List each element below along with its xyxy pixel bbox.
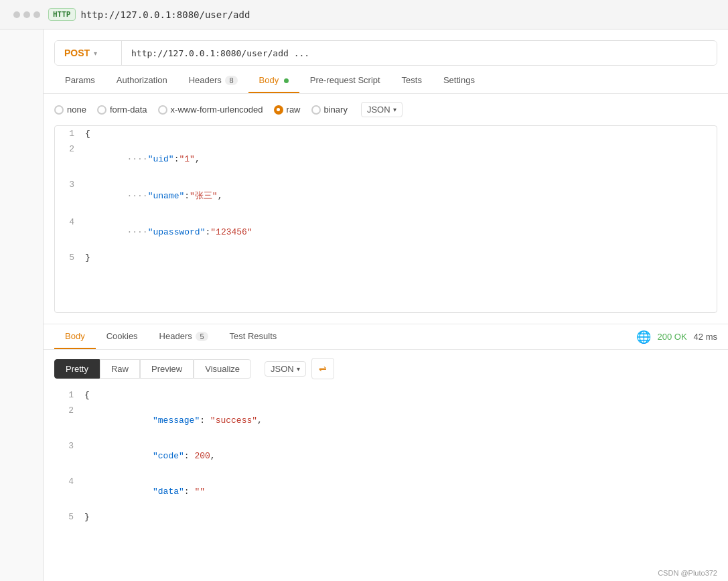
tab-body[interactable]: Body [248,68,299,93]
footer-credit: CSDN @Pluto372 [647,565,728,581]
req-line-content-2: ····"uid":"1", [85,143,717,176]
url-input[interactable] [122,42,717,65]
wrap-icon: ⇌ [319,363,327,374]
resp-tab-headers[interactable]: Headers 5 [149,324,219,349]
tab-settings[interactable]: Settings [433,68,486,93]
req-line-5: 5 } [55,250,717,265]
req-line-content-3: ····"uname":"张三", [85,178,717,213]
format-btn-visualize[interactable]: Visualize [194,359,251,379]
label-raw: raw [287,105,301,115]
resp-line-num-1: 1 [54,389,84,400]
window-dot-1 [13,11,20,18]
req-line-num-2: 2 [55,143,85,154]
body-active-dot [284,78,289,83]
option-none[interactable]: none [54,105,86,115]
req-line-content-1: { [85,127,717,140]
label-none: none [67,105,86,115]
tab-tests[interactable]: Tests [391,68,433,93]
radio-form-data[interactable] [97,105,106,115]
globe-icon: 🌐 [636,330,651,344]
req-line-4: 4 ····"upassword":"123456" [55,214,717,250]
label-form-data: form-data [110,105,147,115]
resp-line-content-5: } [84,511,717,523]
req-line-num-1: 1 [55,127,85,139]
response-format-bar: Pretty Raw Preview Visualize JSON ▾ ⇌ [44,350,728,387]
resp-line-num-5: 5 [54,511,84,522]
option-urlencoded[interactable]: x-www-form-urlencoded [158,105,263,115]
resp-line-content-4: "data": "" [84,475,717,508]
resp-line-num-3: 3 [54,440,84,451]
window-dot-2 [23,11,30,18]
http-badge: HTTP [48,8,76,21]
resp-line-content-1: { [84,389,717,401]
main-content: POST ▾ Params Authorization Headers 8 Bo… [44,29,728,581]
req-line-1: 1 { [55,126,717,141]
req-line-num-3: 3 [55,178,85,190]
resp-tab-body[interactable]: Body [54,324,96,349]
resp-line-3: 3 "code": 200, [54,438,717,474]
resp-line-num-4: 4 [54,475,84,487]
wrap-button[interactable]: ⇌ [311,358,334,379]
response-time: 42 ms [694,332,717,342]
resp-line-content-3: "code": 200, [84,440,717,472]
request-tabs-bar: Params Authorization Headers 8 Body Pre-… [44,68,728,94]
format-btn-raw[interactable]: Raw [100,359,140,379]
resp-line-content-2: "message": "success", [84,404,717,437]
option-binary[interactable]: binary [311,105,348,115]
req-line-2: 2 ····"uid":"1", [55,141,717,177]
format-btn-pretty[interactable]: Pretty [54,359,100,379]
format-btn-preview[interactable]: Preview [140,359,194,379]
label-binary: binary [324,105,348,115]
resp-headers-badge: 5 [196,332,208,341]
resp-json-format-label: JSON [271,364,294,374]
page-url-title: http://127.0.0.1:8080/user/add [81,9,250,20]
resp-line-4: 4 "data": "" [54,474,717,509]
option-raw[interactable]: raw [274,105,301,115]
radio-binary[interactable] [311,105,321,115]
resp-line-1: 1 { [54,387,717,403]
req-line-num-4: 4 [55,216,85,227]
request-bar: POST ▾ [54,40,717,66]
option-form-data[interactable]: form-data [97,105,147,115]
tab-params[interactable]: Params [54,68,106,93]
resp-tab-test-results[interactable]: Test Results [219,324,288,349]
response-status: 200 OK [658,332,687,342]
tab-headers[interactable]: Headers 8 [178,68,248,93]
radio-urlencoded[interactable] [158,105,167,115]
response-section: Body Cookies Headers 5 Test Results 🌐 20… [44,324,728,525]
req-line-num-5: 5 [55,251,85,263]
json-format-label: JSON [367,105,390,115]
method-label: POST [64,48,90,58]
req-line-content-5: } [85,251,717,264]
radio-raw[interactable] [274,105,283,115]
label-urlencoded: x-www-form-urlencoded [171,105,263,115]
json-format-dropdown[interactable]: JSON ▾ [361,102,403,117]
json-format-chevron-icon: ▾ [393,106,396,113]
sidebar [0,29,44,581]
resp-json-format-dropdown[interactable]: JSON ▾ [265,361,306,377]
req-line-content-4: ····"upassword":"123456" [85,216,717,249]
radio-none[interactable] [54,105,64,115]
method-select[interactable]: POST ▾ [55,41,122,65]
resp-tab-cookies[interactable]: Cookies [96,324,149,349]
resp-line-5: 5 } [54,509,717,525]
response-code-editor[interactable]: 1 { 2 "message": "success", 3 "code": 20… [54,387,717,525]
tab-authorization[interactable]: Authorization [106,68,178,93]
window-dot-3 [33,11,40,18]
method-chevron-icon: ▾ [94,50,97,57]
resp-json-chevron-icon: ▾ [297,365,300,373]
response-status-area: 🌐 200 OK 42 ms [636,330,718,344]
response-tabs-bar: Body Cookies Headers 5 Test Results 🌐 20… [44,324,728,350]
body-options: none form-data x-www-form-urlencoded raw… [44,94,728,125]
resp-line-num-2: 2 [54,404,84,415]
req-line-3: 3 ····"uname":"张三", [55,177,717,214]
headers-badge: 8 [225,76,237,85]
tab-pre-request-script[interactable]: Pre-request Script [299,68,391,93]
request-code-editor[interactable]: 1 { 2 ····"uid":"1", 3 ····"uname":"张三",… [54,125,717,313]
resp-line-2: 2 "message": "success", [54,403,717,438]
